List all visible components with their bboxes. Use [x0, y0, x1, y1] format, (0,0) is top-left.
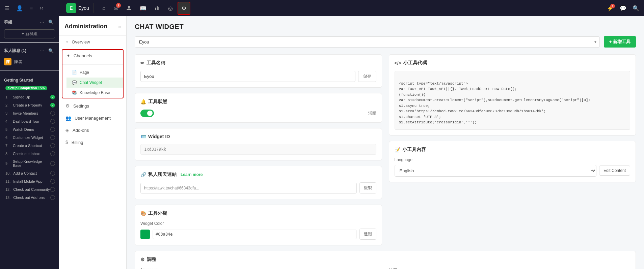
- group-more-btn[interactable]: ⋯: [38, 19, 46, 25]
- workspace-area: ☰ 👤 ≡ ‹‹: [3, 3, 63, 13]
- private-chat-label: 私人聊天連結: [148, 172, 177, 178]
- gs-item-12[interactable]: 12. Check out Community: [0, 185, 59, 193]
- gs-item-4[interactable]: 4. Dashboard Tour: [0, 117, 59, 125]
- right-column: </> 小工具代碼 <script type="text/javascript"…: [389, 54, 636, 245]
- billing-label: Billing: [72, 140, 83, 145]
- addons-icon: ◈: [65, 127, 69, 133]
- admin-user-management[interactable]: 👥 User Management: [59, 112, 126, 124]
- admin-billing[interactable]: $ Billing: [59, 136, 126, 148]
- admin-panel: Administration « ○ Overview ✦ Channels 📄…: [59, 16, 127, 269]
- gs-num-1: 1.: [5, 95, 10, 99]
- left-column: ✏ 工具名稱 儲存 🔔 工具狀態 活躍: [135, 54, 382, 245]
- tool-name-input[interactable]: [140, 71, 355, 82]
- learn-more-link[interactable]: Learn more: [181, 172, 203, 177]
- integrations-tab[interactable]: ◎: [165, 2, 176, 14]
- color-swatch[interactable]: [140, 230, 150, 239]
- inbox-badge: 1: [116, 3, 121, 8]
- nav-right-actions: ⚡ 1 💬 🔍: [605, 3, 641, 13]
- status-toggle[interactable]: [140, 110, 154, 117]
- gs-item-1[interactable]: 1. Signed Up ✓: [0, 93, 59, 101]
- nav-tabs: ⌂ ✉ 1 📖 ◎ ⚙: [96, 2, 603, 15]
- private-info-section: 私人訊息 (1) ⋯ 🔍: [0, 46, 59, 56]
- gs-check-2: ✓: [50, 103, 55, 108]
- appearance-advanced-btn[interactable]: 進階: [359, 229, 376, 240]
- add-widget-btn[interactable]: + 新增工具: [604, 36, 636, 48]
- page-icon: 📄: [72, 70, 77, 75]
- admin-addons[interactable]: ◈ Add-ons: [59, 124, 126, 136]
- getting-started-section: Getting Started Setup Completion 15% 1. …: [0, 73, 59, 204]
- reports-tab[interactable]: [151, 3, 163, 13]
- lang-row: English Chinese Japanese ▼ Edit Content: [395, 165, 630, 177]
- svg-rect-0: [155, 8, 156, 10]
- adjustment-label: 調整: [147, 257, 156, 263]
- nav-menu-icon[interactable]: ☰: [3, 3, 11, 13]
- admin-overview[interactable]: ○ Overview: [59, 36, 126, 48]
- gs-item-2[interactable]: 2. Create a Property ✓: [0, 101, 59, 109]
- addons-label: Add-ons: [73, 128, 89, 133]
- nav-people-icon[interactable]: 👤: [14, 3, 25, 13]
- widget-select[interactable]: Eyou: [135, 36, 600, 48]
- contact-item[interactable]: 陳 陳者: [0, 56, 59, 67]
- main-content: CHAT WIDGET Eyou ▼ + 新增工具 ✏ 工具名稱: [127, 16, 644, 269]
- widget-content-title: 📝 小工具內容: [395, 147, 630, 153]
- channels-sub-kb[interactable]: 📚 Knowledge Base: [66, 88, 123, 98]
- inbox-tab[interactable]: ✉ 1: [110, 2, 122, 14]
- edit-content-btn[interactable]: Edit Content: [599, 166, 630, 176]
- private-chat-card: 🔗 私人聊天連結 Learn more 複製: [135, 166, 382, 199]
- adjustment-section: ⚙ 調整 Timezone Shanghai, China UTC +08:00…: [135, 251, 636, 269]
- private-info-label: 私人訊息 (1): [4, 48, 26, 54]
- gs-item-5[interactable]: 5. Watch Demo: [0, 125, 59, 133]
- private-chat-url-input[interactable]: [140, 183, 357, 193]
- lang-select-wrapper: English Chinese Japanese ▼: [395, 165, 596, 177]
- gs-item-10[interactable]: 10. Add a Contact: [0, 169, 59, 177]
- svg-rect-2: [158, 7, 159, 10]
- channels-sub-page[interactable]: 📄 Page: [66, 67, 123, 78]
- lang-select[interactable]: English Chinese Japanese: [395, 165, 596, 177]
- main-grid: ✏ 工具名稱 儲存 🔔 工具狀態 活躍: [135, 54, 636, 245]
- private-more-btn[interactable]: ⋯: [38, 48, 46, 54]
- gs-check-11: [50, 179, 55, 184]
- contacts-tab[interactable]: [123, 3, 135, 13]
- home-tab[interactable]: ⌂: [99, 2, 109, 14]
- kb-icon: 📚: [72, 90, 77, 95]
- gs-item-6[interactable]: 6. Customize Widget: [0, 133, 59, 142]
- svg-rect-1: [157, 6, 158, 10]
- gs-item-13[interactable]: 13. Check out Add-ons: [0, 193, 59, 202]
- chat-btn[interactable]: 💬: [618, 3, 628, 13]
- nav-lines-icon[interactable]: ≡: [28, 3, 35, 13]
- group-search-btn[interactable]: 🔍: [47, 19, 55, 25]
- channels-sub-chat-widget[interactable]: 💬 Chat Widget: [66, 78, 123, 88]
- gs-check-8: [50, 151, 55, 156]
- color-label: Widget Color: [140, 221, 376, 226]
- new-group-button[interactable]: + 新群組: [4, 29, 55, 38]
- tool-status-title: 🔔 工具狀態: [140, 99, 376, 105]
- gs-item-9[interactable]: 9. Setup Knowledge Base: [0, 158, 59, 169]
- admin-collapse-btn[interactable]: «: [118, 24, 121, 29]
- knowledge-tab[interactable]: 📖: [136, 2, 150, 14]
- private-search-btn[interactable]: 🔍: [47, 48, 55, 54]
- tool-name-save-btn[interactable]: 儲存: [358, 71, 376, 82]
- widget-content-icon: 📝: [395, 147, 400, 152]
- gs-item-3[interactable]: 3. Invite Members: [0, 109, 59, 117]
- appearance-card: 🎨 工具外觀 Widget Color #03a84e 進階: [135, 205, 382, 245]
- private-chat-copy-btn[interactable]: 複製: [359, 182, 376, 193]
- admin-settings[interactable]: ⚙ Settings: [59, 100, 126, 112]
- activity-btn[interactable]: ⚡ 1: [605, 3, 616, 13]
- gs-check-10: [50, 171, 55, 176]
- admin-title: Administration: [64, 23, 107, 30]
- gs-item-7[interactable]: 7. Create a Shortcut: [0, 142, 59, 150]
- search-btn[interactable]: 🔍: [630, 3, 641, 13]
- gs-item-11[interactable]: 11. Install Mobile App: [0, 177, 59, 185]
- group-icons: ⋯ 🔍: [38, 19, 55, 25]
- gs-item-8[interactable]: 8. Check out Inbox: [0, 150, 59, 158]
- workspace-avatar[interactable]: E: [66, 3, 76, 13]
- gs-check-13: [50, 195, 55, 200]
- channels-header[interactable]: ✦ Channels: [62, 50, 123, 62]
- nav-collapse-icon[interactable]: ‹‹: [37, 3, 45, 13]
- contact-avatar: 陳: [4, 58, 11, 65]
- completion-badge: Setup Completion 15%: [5, 86, 47, 90]
- getting-started-header[interactable]: Getting Started: [0, 76, 59, 85]
- settings-tab[interactable]: ⚙: [178, 2, 190, 15]
- tool-name-field-row: 儲存: [140, 71, 376, 82]
- page-title: CHAT WIDGET: [135, 23, 636, 31]
